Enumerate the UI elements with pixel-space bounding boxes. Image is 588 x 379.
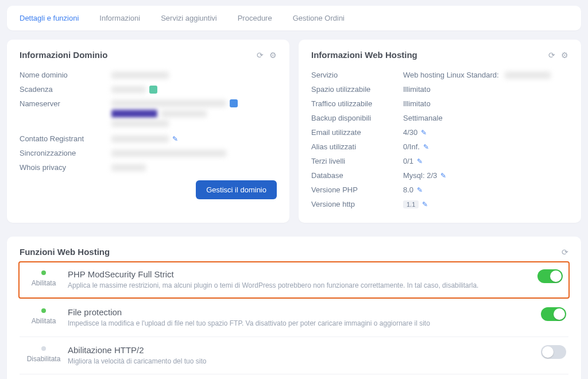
toggle-http2[interactable] — [541, 345, 566, 359]
backup-label: Backup disponibili — [311, 114, 403, 122]
domain-card-title: Informazioni Dominio — [20, 50, 107, 60]
refresh-icon[interactable]: ⟳ — [257, 51, 264, 60]
nameserver-value-1 — [111, 100, 226, 107]
pencil-icon[interactable]: ✎ — [421, 129, 427, 137]
php-value: 8.0 — [403, 185, 413, 194]
domain-expiry-value — [111, 86, 146, 93]
pencil-icon[interactable]: ✎ — [417, 157, 423, 165]
nameserver-value-3 — [111, 120, 169, 127]
hosting-functions-card: Funzioni Web Hosting ⟳ Abilitata PHP Mod… — [7, 237, 581, 379]
whois-label: Whois privacy — [20, 163, 111, 172]
hosting-info-card: Informazioni Web Hosting ⟳ ⚙ ServizioWeb… — [299, 40, 581, 223]
pencil-icon[interactable]: ✎ — [423, 143, 429, 151]
refresh-icon[interactable]: ⟳ — [562, 247, 568, 257]
domain-name-label: Nome dominio — [20, 71, 111, 79]
nameserver-value-2a — [111, 110, 157, 118]
domain-name-value — [111, 72, 169, 79]
tab-addons[interactable]: Servizi aggiuntivi — [160, 11, 218, 25]
http-label: Versione http — [311, 200, 403, 208]
alias-label: Alias utilizzati — [311, 142, 403, 151]
refresh-icon[interactable]: ⟳ — [548, 51, 555, 60]
space-label: Spazio utilizzabile — [311, 85, 403, 94]
tabs-bar: Dettagli e funzioni Informazioni Servizi… — [7, 6, 581, 30]
domain-expiry-label: Scadenza — [20, 85, 111, 94]
status-label: Disabilitata — [20, 355, 68, 363]
traffic-value: Illimitato — [403, 99, 431, 108]
gear-icon[interactable]: ⚙ — [561, 51, 568, 60]
feature-fileprot-title: File protection — [68, 307, 541, 317]
status-label: Abilitata — [20, 317, 68, 325]
tab-info[interactable]: Informazioni — [98, 11, 141, 25]
tab-orders[interactable]: Gestione Ordini — [292, 11, 346, 25]
email-label: Email utilizzate — [311, 128, 403, 137]
toggle-modsec[interactable] — [537, 269, 563, 283]
hosting-card-title: Informazioni Web Hosting — [311, 50, 417, 60]
traffic-label: Traffico utilizzabile — [311, 99, 403, 108]
sync-label: Sincronizzazione — [20, 149, 111, 157]
email-value: 4/30 — [403, 128, 417, 137]
feature-http2-title: Abilitazione HTTP/2 — [68, 345, 541, 355]
service-label: Servizio — [311, 71, 403, 79]
db-label: Database — [311, 171, 403, 180]
tab-procedures[interactable]: Procedure — [237, 11, 273, 25]
status-dot-icon — [41, 346, 46, 351]
php-label: Versione PHP — [311, 185, 403, 194]
nameserver-value-2b — [161, 110, 207, 117]
space-value: Illimitato — [403, 85, 431, 94]
feature-http2-desc: Migliora la velocità di caricamento del … — [68, 357, 541, 366]
gear-icon[interactable]: ⚙ — [269, 51, 277, 60]
status-badge-icon — [149, 86, 157, 94]
sub-value: 0/1 — [403, 157, 413, 165]
whois-value — [111, 164, 146, 171]
service-domain-value — [505, 72, 551, 79]
toggle-fileprot[interactable] — [541, 307, 566, 321]
feature-modsec-title: PHP ModSecurity Full Strict — [68, 269, 537, 279]
info-badge-icon — [230, 99, 238, 107]
sync-value — [111, 150, 226, 157]
contact-value — [111, 136, 169, 142]
tab-details[interactable]: Dettagli e funzioni — [18, 11, 80, 25]
alias-value: 0/Inf. — [403, 142, 420, 151]
contact-label: Contatto Registrant — [20, 134, 111, 143]
pencil-icon[interactable]: ✎ — [172, 135, 178, 143]
sub-label: Terzi livelli — [311, 157, 403, 165]
pencil-icon[interactable]: ✎ — [422, 200, 428, 208]
status-label: Abilitata — [20, 279, 68, 287]
backup-value: Settimanale — [403, 114, 443, 122]
nameserver-label: Nameserver — [20, 99, 111, 129]
feature-modsec-desc: Applica le massime restrizioni, ma alcun… — [68, 281, 537, 291]
feature-fileprot-desc: Impedisce la modifica e l'upload di file… — [68, 319, 541, 328]
highlighted-feature: Abilitata PHP ModSecurity Full Strict Ap… — [18, 261, 570, 299]
domain-info-card: Informazioni Dominio ⟳ ⚙ Nome dominio Sc… — [7, 40, 289, 223]
manage-domain-button[interactable]: Gestisci il dominio — [196, 180, 277, 199]
pencil-icon[interactable]: ✎ — [440, 172, 446, 180]
pencil-icon[interactable]: ✎ — [417, 186, 423, 194]
status-dot-icon — [41, 270, 46, 275]
functions-card-title: Funzioni Web Hosting — [20, 247, 110, 257]
http-value: 1.1 — [403, 200, 419, 208]
status-dot-icon — [41, 308, 46, 313]
db-value: Mysql: 2/3 — [403, 171, 437, 180]
service-value: Web hosting Linux Standard: — [403, 71, 499, 79]
